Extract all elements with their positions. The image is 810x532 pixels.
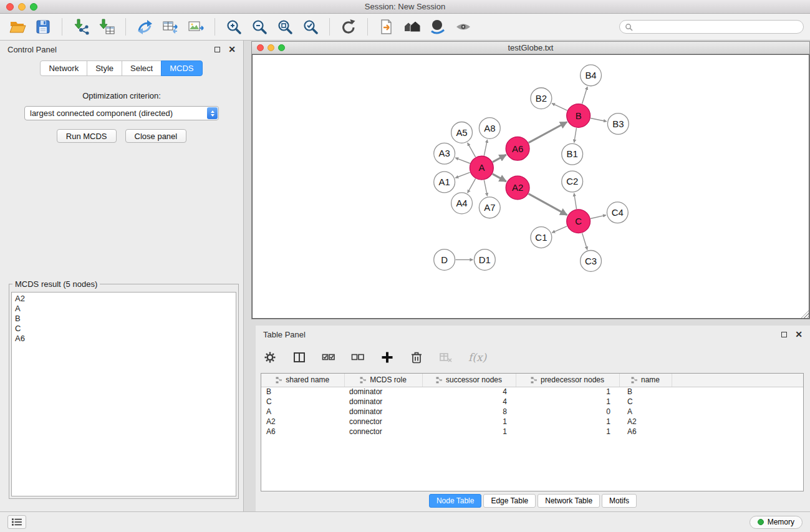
mcds-result-list[interactable]: A2ABCA6 bbox=[11, 292, 236, 496]
node-B3[interactable]: B3 bbox=[607, 114, 629, 135]
table-settings-button[interactable] bbox=[263, 351, 277, 364]
column-header[interactable]: name bbox=[619, 374, 672, 387]
search-field[interactable] bbox=[619, 20, 804, 34]
minimize-window-button[interactable] bbox=[18, 3, 26, 11]
add-column-button[interactable] bbox=[380, 351, 394, 364]
tab-node-table[interactable]: Node Table bbox=[429, 494, 482, 508]
delete-column-button[interactable] bbox=[410, 351, 423, 364]
float-panel-icon[interactable] bbox=[215, 47, 220, 52]
table-cell[interactable]: 1 bbox=[516, 397, 619, 407]
tab-network[interactable]: Network bbox=[40, 60, 87, 76]
table-row[interactable]: Bdominator41B bbox=[261, 387, 803, 397]
result-list-item[interactable]: C bbox=[12, 324, 236, 334]
panel-menu-button[interactable] bbox=[7, 515, 26, 529]
table-cell[interactable]: A bbox=[261, 407, 344, 417]
table-cell[interactable]: 1 bbox=[422, 417, 516, 427]
node-C2[interactable]: C2 bbox=[562, 171, 583, 192]
edge-A-A5[interactable] bbox=[468, 143, 476, 157]
table-cell[interactable]: dominator bbox=[344, 397, 422, 407]
node-B4[interactable]: B4 bbox=[581, 65, 602, 86]
home-button[interactable] bbox=[401, 16, 423, 38]
node-A1[interactable]: A1 bbox=[434, 172, 455, 193]
table-cell[interactable]: A2 bbox=[261, 417, 344, 427]
zoom-window-button[interactable] bbox=[30, 3, 37, 11]
edge-A2-C[interactable] bbox=[529, 194, 567, 215]
apply-style-button[interactable] bbox=[427, 16, 449, 38]
table-cell[interactable]: A bbox=[619, 407, 672, 417]
tab-edge-table[interactable]: Edge Table bbox=[483, 494, 536, 508]
edge-B-B3[interactable] bbox=[591, 118, 607, 122]
node-D1[interactable]: D1 bbox=[474, 249, 495, 271]
search-input[interactable] bbox=[636, 22, 798, 31]
node-A2[interactable]: A2 bbox=[506, 176, 529, 200]
node-A6[interactable]: A6 bbox=[506, 137, 529, 160]
show-columns-button[interactable] bbox=[292, 351, 306, 364]
column-header[interactable]: successor nodes bbox=[422, 374, 516, 387]
table-cell[interactable]: 1 bbox=[422, 427, 516, 437]
zoom-selected-button[interactable] bbox=[299, 16, 322, 38]
edge-B-B2[interactable] bbox=[552, 104, 567, 110]
zoom-network-window-button[interactable] bbox=[278, 44, 285, 51]
node-C[interactable]: C bbox=[567, 210, 591, 233]
table-cell[interactable]: C bbox=[619, 397, 672, 407]
tab-motifs[interactable]: Motifs bbox=[602, 494, 637, 508]
network-window-titlebar[interactable]: testGlobe.txt bbox=[252, 42, 809, 54]
resize-grip[interactable] bbox=[801, 310, 809, 318]
node-A[interactable]: A bbox=[470, 156, 493, 180]
zoom-fit-button[interactable] bbox=[274, 16, 296, 38]
node-C1[interactable]: C1 bbox=[531, 227, 552, 248]
edge-A-A1[interactable] bbox=[455, 172, 470, 178]
close-panel-icon[interactable]: ✕ bbox=[228, 45, 236, 54]
close-panel-button[interactable]: Close panel bbox=[125, 129, 187, 143]
import-table-from-file-button[interactable] bbox=[95, 16, 118, 38]
select-all-button[interactable] bbox=[322, 351, 335, 364]
import-network-from-file-button[interactable] bbox=[70, 16, 92, 38]
function-builder-button[interactable]: f(x) bbox=[468, 351, 486, 364]
table-cell[interactable]: A6 bbox=[261, 427, 344, 437]
table-row[interactable]: Adominator80A bbox=[261, 407, 803, 417]
table-cell[interactable]: dominator bbox=[344, 387, 422, 397]
column-header[interactable]: MCDS role bbox=[344, 374, 422, 387]
tab-select[interactable]: Select bbox=[122, 60, 162, 76]
table-cell[interactable]: 0 bbox=[516, 407, 619, 417]
table-row[interactable]: A6connector11A6 bbox=[261, 427, 803, 437]
node-A4[interactable]: A4 bbox=[451, 193, 473, 214]
table-cell[interactable]: 8 bbox=[422, 407, 516, 417]
edge-A-A8[interactable] bbox=[484, 140, 487, 156]
node-D[interactable]: D bbox=[434, 249, 455, 271]
network-canvas[interactable]: B4B2BB3A8A5A6A3B1AA1C2A2A4A7C4CC1C3DD1 bbox=[252, 54, 809, 319]
edge-B-B4[interactable] bbox=[582, 87, 587, 104]
tab-style[interactable]: Style bbox=[87, 60, 122, 76]
result-list-item[interactable]: A bbox=[12, 304, 236, 314]
run-mcds-button[interactable]: Run MCDS bbox=[57, 129, 117, 143]
edge-C-C3[interactable] bbox=[582, 233, 587, 250]
edge-A-A2[interactable] bbox=[493, 174, 506, 181]
node-C4[interactable]: C4 bbox=[607, 202, 628, 223]
tab-network-table[interactable]: Network Table bbox=[538, 494, 600, 508]
node-C3[interactable]: C3 bbox=[581, 251, 602, 272]
export-image-button[interactable] bbox=[185, 16, 207, 38]
optimization-criterion-select[interactable]: largest connected component (directed) bbox=[24, 106, 219, 120]
node-A8[interactable]: A8 bbox=[479, 118, 500, 139]
edge-C-C4[interactable] bbox=[591, 215, 606, 219]
edge-A6-B[interactable] bbox=[529, 122, 567, 142]
table-tools-button[interactable] bbox=[159, 16, 181, 38]
edge-A-A6[interactable] bbox=[493, 155, 506, 162]
edge-C-C1[interactable] bbox=[552, 226, 567, 233]
table-cell[interactable]: 1 bbox=[516, 427, 619, 437]
close-window-button[interactable] bbox=[6, 3, 14, 11]
node-B[interactable]: B bbox=[567, 104, 591, 128]
open-file-button[interactable] bbox=[6, 16, 29, 38]
table-cell[interactable]: 4 bbox=[422, 387, 516, 397]
zoom-in-button[interactable] bbox=[223, 16, 245, 38]
tab-mcds[interactable]: MCDS bbox=[161, 60, 202, 76]
result-list-item[interactable]: A6 bbox=[12, 334, 236, 344]
close-network-window-button[interactable] bbox=[257, 44, 264, 51]
table-cell[interactable]: connector bbox=[344, 417, 422, 427]
table-cell[interactable]: dominator bbox=[344, 407, 422, 417]
column-header[interactable]: predecessor nodes bbox=[516, 374, 619, 387]
memory-button[interactable]: Memory bbox=[750, 516, 803, 529]
table-cell[interactable]: connector bbox=[344, 427, 422, 437]
result-list-item[interactable]: B bbox=[12, 314, 236, 324]
table-row[interactable]: A2connector11A2 bbox=[261, 417, 803, 427]
